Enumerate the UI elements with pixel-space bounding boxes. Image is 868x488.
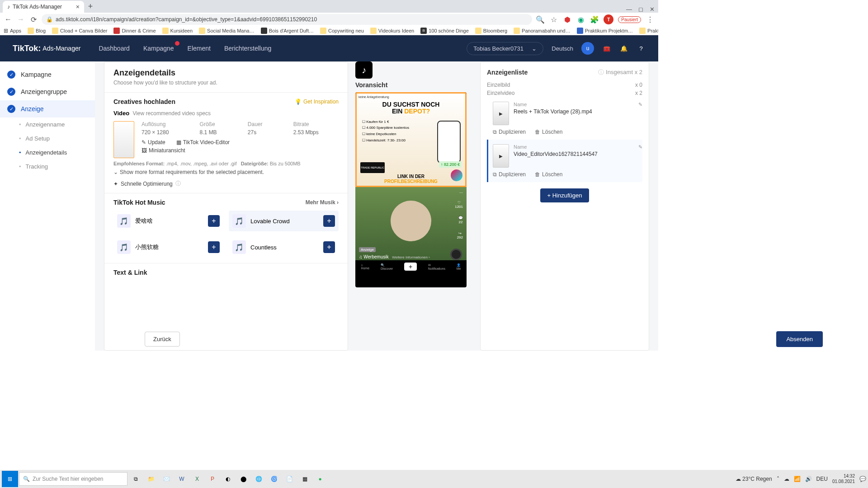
extensions-puzzle-icon[interactable]: 🧩 [590, 15, 599, 24]
ad-card[interactable]: Name✎ Video_EditorVideo1627821144547 ⧉Du… [487, 140, 642, 182]
fast-optimization-toggle[interactable]: ✦Schnelle Optimierungⓘ [113, 180, 339, 188]
delete-button[interactable]: 🗑Löschen [535, 171, 562, 178]
briefcase-icon[interactable]: 🧰 [602, 44, 611, 53]
step-adgroup[interactable]: ✓Anzeigengruppe [0, 83, 95, 100]
close-tab-icon[interactable]: × [76, 3, 80, 10]
extension-icon-2[interactable]: ◉ [576, 15, 585, 24]
bookmark-item[interactable]: Praktikum Projektm… [577, 28, 633, 34]
add-music-button[interactable]: + [323, 241, 335, 253]
edit-name-icon[interactable]: ✎ [638, 102, 642, 108]
profile-avatar[interactable]: T [604, 14, 613, 24]
edit-name-icon[interactable]: ✎ [638, 144, 642, 150]
star-icon[interactable]: ☆ [549, 15, 558, 24]
substep-adname[interactable]: Anzeigenname [12, 117, 95, 131]
tiktok-app-icon[interactable]: ♪ [355, 61, 373, 79]
extension-icon[interactable]: ⬢ [563, 15, 572, 24]
reload-icon[interactable]: ⟳ [29, 15, 38, 24]
bookmark-item[interactable]: Videokurs Ideen [370, 28, 414, 34]
creatives-heading: Creatives hochladen [113, 98, 175, 105]
music-track[interactable]: 🎵Countless+ [229, 237, 339, 258]
forward-icon[interactable]: → [16, 15, 25, 24]
bell-icon[interactable]: 🔔 [619, 44, 628, 53]
delete-button[interactable]: 🗑Löschen [535, 129, 562, 135]
create-icon[interactable]: + [404, 263, 417, 271]
chrome-menu-icon[interactable]: ⋮ [646, 15, 655, 24]
window-close-icon[interactable]: ✕ [650, 6, 655, 13]
heart-icon[interactable]: ♡ [458, 201, 461, 205]
bookmark-item[interactable]: Praktikum WU [639, 28, 658, 34]
add-music-button[interactable]: + [323, 215, 335, 227]
info-icon[interactable]: ⓘ [175, 180, 181, 188]
step-campaign[interactable]: ✓Kampagne [0, 66, 95, 83]
comment-icon[interactable]: 💬 [458, 216, 463, 220]
bookmark-item[interactable]: Bloomberg [475, 28, 507, 34]
music-track[interactable]: 🎵爱啥啥+ [113, 211, 223, 231]
more-music-link[interactable]: Mehr Musik › [306, 199, 339, 206]
duplicate-button[interactable]: ⧉Duplizieren [493, 129, 526, 135]
bookmark-item[interactable]: Blog [28, 28, 46, 34]
presenter-face [391, 201, 431, 241]
bookmark-item[interactable]: Kursideen [162, 28, 193, 34]
bookmark-item[interactable]: Social Media Mana… [199, 28, 255, 34]
nav-campaign[interactable]: Kampagne [143, 45, 174, 52]
video-thumbnail[interactable] [113, 121, 134, 158]
bookmark-item[interactable]: Copywriting neu [320, 28, 364, 34]
back-icon[interactable]: ← [4, 15, 13, 24]
duplicate-button[interactable]: ⧉Duplizieren [493, 171, 526, 178]
browser-tab[interactable]: ♪ TikTok Ads-Manager × [3, 1, 84, 13]
help-icon[interactable]: ? [637, 44, 646, 53]
substep-adsetup[interactable]: Ad Setup [12, 131, 95, 145]
tiktok-logo[interactable]: TikTok: Ads-Manager [13, 44, 80, 53]
text-link-heading: Text & Link [113, 269, 339, 276]
ad-thumbnail[interactable] [493, 144, 509, 168]
copy-icon: ⧉ [493, 171, 497, 178]
sync-paused-pill[interactable]: Pausiert [618, 16, 641, 23]
lightbulb-icon: 💡 [295, 99, 302, 105]
nav-element[interactable]: Element [188, 45, 211, 52]
account-selector[interactable]: Tobias Becker0731 ⌄ [467, 42, 543, 55]
window-maximize-icon[interactable]: ◻ [638, 6, 643, 13]
bookmark-item[interactable]: Bois d'Argent Duft… [261, 28, 314, 34]
user-avatar[interactable]: u [581, 42, 594, 55]
language-label[interactable]: Deutsch [552, 45, 573, 52]
video-editor-button[interactable]: ▦TikTok Video-Editor [176, 139, 230, 145]
new-tab-button[interactable]: + [84, 0, 97, 13]
update-video-button[interactable]: ✎Update [142, 139, 165, 145]
vinyl-disc-icon [450, 249, 462, 260]
show-more-requirements[interactable]: ⌄Show more format requirements for the s… [113, 169, 339, 175]
nav-reporting[interactable]: Berichterstellung [224, 45, 271, 52]
info-icon[interactable]: ⓘ [598, 69, 604, 75]
substep-addetails[interactable]: Anzeigendetails [12, 145, 95, 160]
home-icon[interactable]: ⌂Home [361, 263, 369, 270]
zoom-icon[interactable]: 🔍 [536, 15, 545, 24]
more-info-link[interactable]: Weitere Informationen › [392, 255, 429, 259]
apps-bookmark[interactable]: ⊞Apps [4, 28, 21, 34]
ad-card[interactable]: Name✎ Reels + TikTok Vorlage (28).mp4 ⧉D… [487, 97, 642, 140]
thumbnail-button[interactable]: 🖼Miniaturansicht [142, 147, 185, 154]
add-music-button[interactable]: + [208, 241, 220, 253]
bookmark-item[interactable]: Cload + Canva Bilder [52, 28, 107, 34]
nav-dashboard[interactable]: Dashboard [99, 45, 130, 52]
substep-tracking[interactable]: Tracking [12, 160, 95, 174]
bookmark-item[interactable]: Panoramabahn und… [514, 28, 571, 34]
back-button[interactable]: Zurück [145, 332, 180, 347]
add-ad-button[interactable]: + Hinzufügen [540, 188, 590, 202]
meta-resolution: 720 × 1280 [142, 129, 189, 136]
bookmark-item[interactable]: B100 schöne Dinge [420, 28, 469, 34]
discover-icon[interactable]: 🔍Discover [381, 263, 393, 270]
bookmark-item[interactable]: Dinner & Crime [113, 28, 156, 34]
view-specs-link[interactable]: View recommended video specs [132, 110, 211, 117]
ad-thumbnail[interactable] [493, 102, 509, 125]
window-minimize-icon[interactable]: — [626, 6, 632, 13]
pencil-icon: ✎ [142, 139, 146, 145]
get-inspiration-link[interactable]: 💡Get Inspiration [295, 99, 339, 105]
music-track[interactable]: 🎵Lovable Crowd+ [229, 211, 339, 231]
profile-icon[interactable]: 👤Me [457, 263, 461, 270]
share-icon[interactable]: ↪ [458, 231, 462, 235]
step-ad[interactable]: ✓Anzeige [0, 100, 95, 117]
music-track[interactable]: 🎵小熊软糖+ [113, 237, 223, 258]
add-music-button[interactable]: + [208, 215, 220, 227]
address-bar[interactable]: 🔒 ads.tiktok.com/i18n/campaign/ad/creati… [42, 14, 532, 25]
inbox-icon[interactable]: ✉Notifications [428, 263, 445, 270]
more-icon[interactable]: ⋯ [459, 191, 463, 195]
